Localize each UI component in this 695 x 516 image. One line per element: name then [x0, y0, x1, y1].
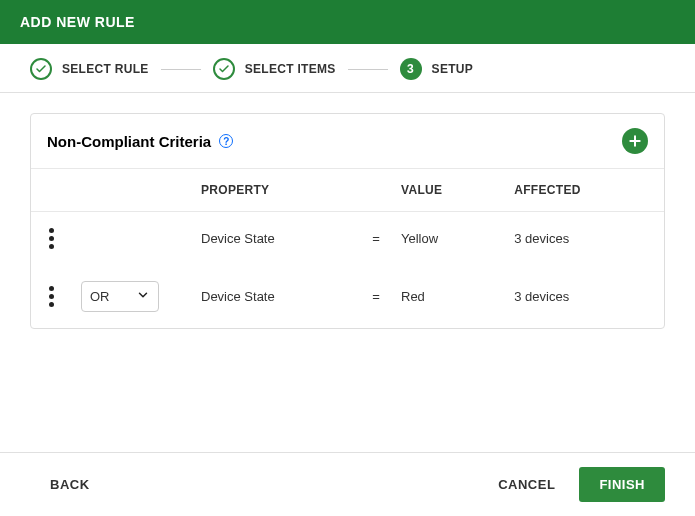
operator-cell: [71, 212, 191, 266]
step-connector: [161, 69, 201, 70]
wizard-footer: BACK CANCEL FINISH: [0, 452, 695, 516]
card-header: Non-Compliant Criteria ?: [31, 114, 664, 169]
wizard-stepper: SELECT RULE SELECT ITEMS 3 SETUP: [0, 44, 695, 93]
value-cell: Yellow: [391, 212, 504, 266]
dot-icon: [49, 236, 54, 241]
criteria-card: Non-Compliant Criteria ? PROPERTY VALUE …: [30, 113, 665, 329]
property-cell: Device State: [191, 212, 361, 266]
step-connector: [348, 69, 388, 70]
dot-icon: [49, 244, 54, 249]
dot-icon: [49, 302, 54, 307]
comparator-cell: =: [361, 212, 391, 266]
col-comparator: [361, 169, 391, 212]
affected-cell: 3 devices: [504, 212, 664, 266]
step-label: SELECT RULE: [62, 62, 149, 76]
chevron-down-icon: [136, 288, 150, 305]
step-label: SETUP: [432, 62, 474, 76]
table-header-row: PROPERTY VALUE AFFECTED: [31, 169, 664, 212]
dot-icon: [49, 294, 54, 299]
step-number: 3: [400, 58, 422, 80]
col-menu: [31, 169, 71, 212]
operator-value: OR: [90, 289, 110, 304]
card-title: Non-Compliant Criteria: [47, 133, 211, 150]
footer-right: CANCEL FINISH: [498, 467, 665, 502]
dot-icon: [49, 228, 54, 233]
col-operator: [71, 169, 191, 212]
step-label: SELECT ITEMS: [245, 62, 336, 76]
row-menu-button[interactable]: [41, 286, 61, 307]
cancel-button[interactable]: CANCEL: [498, 477, 555, 492]
col-property: PROPERTY: [191, 169, 361, 212]
card-title-group: Non-Compliant Criteria ?: [47, 133, 233, 150]
plus-icon: [627, 133, 643, 149]
value-cell: Red: [391, 265, 504, 328]
col-affected: AFFECTED: [504, 169, 664, 212]
row-menu-button[interactable]: [41, 228, 61, 249]
back-button[interactable]: BACK: [50, 477, 90, 492]
check-icon: [30, 58, 52, 80]
table-row: Device State = Yellow 3 devices: [31, 212, 664, 266]
table-row: OR Device State = Red 3 devices: [31, 265, 664, 328]
dialog-header: ADD NEW RULE: [0, 0, 695, 44]
comparator-cell: =: [361, 265, 391, 328]
property-cell: Device State: [191, 265, 361, 328]
col-value: VALUE: [391, 169, 504, 212]
step-select-items[interactable]: SELECT ITEMS: [213, 58, 336, 80]
affected-cell: 3 devices: [504, 265, 664, 328]
step-select-rule[interactable]: SELECT RULE: [30, 58, 149, 80]
dialog-title: ADD NEW RULE: [20, 14, 135, 30]
criteria-table: PROPERTY VALUE AFFECTED Device State =: [31, 169, 664, 328]
finish-button[interactable]: FINISH: [579, 467, 665, 502]
footer-left: BACK: [50, 477, 90, 492]
content-area: Non-Compliant Criteria ? PROPERTY VALUE …: [0, 93, 695, 329]
operator-cell: OR: [71, 265, 191, 328]
help-icon[interactable]: ?: [219, 134, 233, 148]
operator-select[interactable]: OR: [81, 281, 159, 312]
check-icon: [213, 58, 235, 80]
add-criteria-button[interactable]: [622, 128, 648, 154]
step-setup[interactable]: 3 SETUP: [400, 58, 474, 80]
dot-icon: [49, 286, 54, 291]
